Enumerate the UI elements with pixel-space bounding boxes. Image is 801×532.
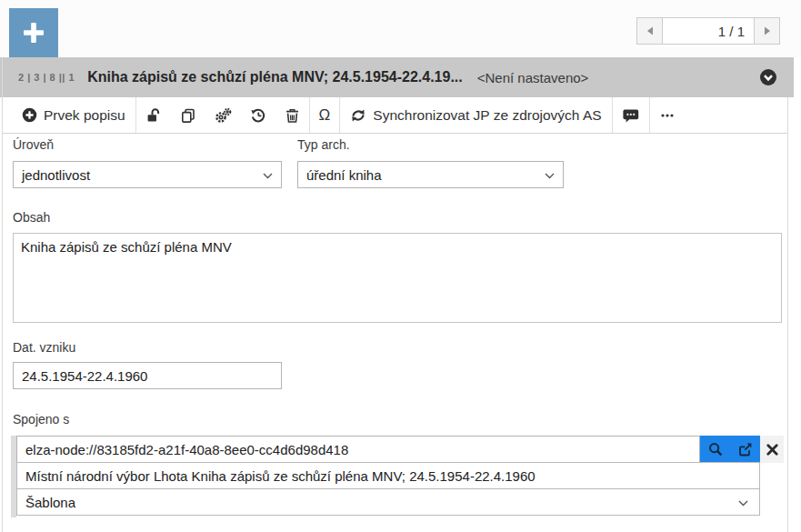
top-strip [0,0,801,57]
archive-type-select[interactable]: úřední kniha [297,161,564,188]
linked-record-text: Místní národní výbor Lhota Kniha zápisů … [25,468,536,484]
level-label: Úroveň [13,137,54,152]
add-description-element-button[interactable]: Prvek popisu [12,97,135,133]
content-label: Obsah [13,210,50,225]
search-icon [707,441,724,457]
chevron-down-icon [738,500,748,507]
special-characters-button[interactable]: Ω [310,97,340,133]
comment-icon [622,107,640,124]
template-select[interactable]: Šablona [16,488,760,516]
linked-with-label: Spojeno s [13,412,69,427]
pagination [636,17,780,45]
node-header-bar[interactable]: 2 | 3 | 8 || 1 Kniha zápisů ze schůzí pl… [0,57,794,97]
archive-type-label: Typ arch. [297,137,350,152]
settings-button[interactable] [205,97,241,133]
unlock-icon [145,107,162,124]
add-node-button[interactable] [9,8,58,57]
content-textarea[interactable]: Kniha zápisů ze schůzí pléna MNV [13,233,782,323]
open-record-button[interactable] [730,436,760,463]
linked-node-input[interactable] [16,436,700,463]
comments-button[interactable] [613,97,649,133]
omega-icon: Ω [319,106,331,125]
node-status: <Není nastaveno> [477,70,589,85]
next-page-button[interactable] [754,17,780,45]
search-record-button[interactable] [700,436,730,463]
template-select-value: Šablona [25,495,75,510]
refresh-icon [350,107,366,124]
trash-icon [285,107,300,124]
prev-page-button[interactable] [636,17,663,45]
close-icon [766,444,778,456]
chevron-down-icon [263,173,273,179]
check-circle-icon[interactable] [759,68,777,86]
linked-record-row[interactable]: Místní národní výbor Lhota Kniha zápisů … [16,462,760,489]
add-description-element-label: Prvek popisu [44,107,125,124]
chevron-down-icon [545,173,555,179]
creation-date-label: Dat. vzniku [13,340,75,355]
app-window: 2 | 3 | 8 || 1 Kniha zápisů ze schůzí pl… [0,0,801,532]
history-icon [250,107,266,124]
more-actions-button[interactable] [650,97,685,133]
synchronize-button[interactable]: Synchronizovat JP ze zdrojových AS [340,97,611,133]
ellipsis-icon [659,107,676,124]
unlock-button[interactable] [136,97,171,133]
reference-mark: 2 | 3 | 8 || 1 [18,72,75,83]
copy-icon [180,107,196,124]
synchronize-label: Synchronizovat JP ze zdrojových AS [373,107,601,124]
delete-button[interactable] [275,97,309,133]
plus-icon [20,19,47,46]
toolbar: Prvek popisu [3,97,787,134]
caret-right-icon [764,26,771,35]
node-title: Kniha zápisů ze schůzí pléna MNV; 24.5.1… [87,69,463,85]
caret-left-icon [646,26,654,35]
page-indicator-input[interactable] [663,17,754,45]
level-select[interactable]: jednotlivost [13,161,282,188]
archive-type-select-value: úřední kniha [306,167,382,183]
gears-icon [215,107,232,124]
clear-link-button[interactable] [760,436,784,463]
history-button[interactable] [241,97,275,133]
copy-button[interactable] [171,97,205,133]
creation-date-input[interactable] [13,362,282,389]
panel-border-right [787,97,788,532]
level-select-value: jednotlivost [22,167,90,183]
plus-circle-icon [22,107,37,123]
panel-border-left [2,57,3,532]
external-link-icon [737,441,754,457]
